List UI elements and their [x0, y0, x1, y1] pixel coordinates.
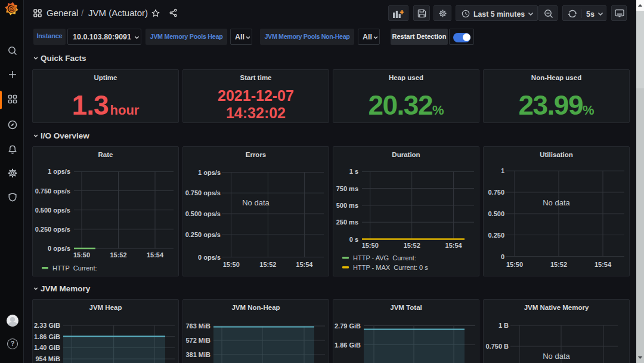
- svg-text:15:50: 15:50: [506, 261, 523, 268]
- svg-text:0.250 ops/s: 0.250 ops/s: [35, 226, 70, 233]
- svg-text:15:50: 15:50: [73, 251, 90, 259]
- svg-text:HTTP - MAX Current: 0 s: HTTP - MAX Current: 0 s: [353, 264, 428, 271]
- svg-text:381 MiB: 381 MiB: [185, 351, 210, 358]
- svg-text:HTTP - AVG Current:: HTTP - AVG Current:: [353, 254, 416, 262]
- svg-text:1 s: 1 s: [349, 168, 358, 175]
- svg-text:763 MiB: 763 MiB: [185, 322, 210, 330]
- svg-text:250 ms: 250 ms: [336, 219, 358, 226]
- svg-text:0.750 ops/s: 0.750 ops/s: [185, 189, 221, 196]
- svg-text:2.79 GiB: 2.79 GiB: [335, 322, 361, 330]
- svg-text:15:52: 15:52: [404, 242, 420, 249]
- svg-text:0.250 ops/s: 0.250 ops/s: [185, 231, 221, 238]
- svg-text:750 ms: 750 ms: [336, 185, 358, 192]
- svg-text:15:54: 15:54: [296, 261, 313, 268]
- svg-text:954 MiB: 954 MiB: [35, 355, 60, 362]
- svg-text:HTTP Current:: HTTP Current:: [52, 264, 97, 272]
- svg-text:15:50: 15:50: [223, 261, 240, 268]
- svg-text:15:54: 15:54: [445, 242, 463, 249]
- svg-text:0 s: 0 s: [349, 236, 358, 243]
- svg-text:0: 0: [501, 253, 504, 260]
- svg-text:15:54: 15:54: [595, 261, 612, 268]
- svg-text:1.86 GiB: 1.86 GiB: [34, 333, 60, 340]
- svg-text:1 B: 1 B: [499, 322, 509, 329]
- svg-text:15:50: 15:50: [362, 242, 379, 249]
- svg-text:0.750: 0.750: [488, 189, 504, 196]
- svg-text:500 ms: 500 ms: [336, 202, 358, 209]
- svg-text:15:52: 15:52: [550, 261, 567, 268]
- svg-text:0.500: 0.500: [488, 210, 504, 217]
- svg-text:15:52: 15:52: [110, 251, 126, 259]
- svg-text:No data: No data: [543, 198, 570, 207]
- svg-text:0.750 ops/s: 0.750 ops/s: [35, 187, 70, 195]
- svg-text:1 ops/s: 1 ops/s: [48, 168, 70, 175]
- svg-text:2.33 GiB: 2.33 GiB: [34, 322, 60, 329]
- svg-text:0 ops/s: 0 ops/s: [48, 245, 70, 252]
- svg-text:15:52: 15:52: [259, 261, 276, 268]
- svg-text:0 ops/s: 0 ops/s: [198, 254, 221, 261]
- svg-text:0.250: 0.250: [488, 232, 504, 239]
- svg-text:No data: No data: [242, 198, 270, 207]
- svg-text:1.40 GiB: 1.40 GiB: [34, 344, 60, 351]
- svg-text:1: 1: [501, 167, 504, 174]
- svg-text:1 ops/s: 1 ops/s: [198, 169, 221, 176]
- svg-text:0.500 ops/s: 0.500 ops/s: [185, 210, 221, 217]
- svg-text:15:54: 15:54: [147, 251, 164, 259]
- svg-text:572 MiB: 572 MiB: [185, 337, 210, 344]
- svg-text:0.750 B: 0.750 B: [485, 343, 509, 350]
- svg-text:0.500 ops/s: 0.500 ops/s: [35, 207, 70, 214]
- svg-text:1.86 GiB: 1.86 GiB: [335, 342, 361, 349]
